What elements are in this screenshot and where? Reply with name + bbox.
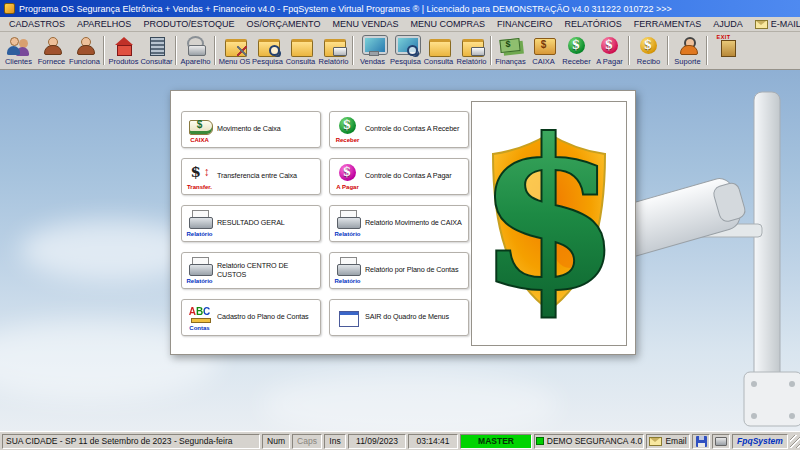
toolbar-button-label: Clientes	[5, 57, 32, 66]
menu-item-aparelhos[interactable]: APARELHOS	[71, 19, 137, 29]
status-segment-demo-seguranca-4-0: DEMO SEGURANCA 4.0	[534, 434, 644, 449]
monitor-mag-icon	[393, 36, 419, 56]
panel-icon-wrap: CAIXA	[185, 116, 214, 143]
panel-icon-wrap: Transfer.	[185, 163, 214, 190]
menu-item-label: RELATÓRIOS	[564, 19, 621, 29]
toolbar-button-exit[interactable]	[710, 33, 743, 68]
svg-text:$: $	[478, 104, 621, 334]
panel-icon-wrap: Relatório	[185, 257, 214, 284]
toolbar-button-recibo[interactable]: Recibo	[632, 33, 665, 68]
toolbar-button-label: Menu OS	[219, 57, 251, 66]
status-segment-ins: Ins	[324, 434, 346, 449]
menu-item-produto-estoque[interactable]: PRODUTO/ESTOQUE	[137, 19, 240, 29]
panel-button-movimento-de-caixa[interactable]: CAIXAMovimento de Caixa	[181, 111, 321, 148]
panel-icon-caption: A Pagar	[336, 184, 358, 190]
toolbar-button-label: Produtos	[108, 57, 138, 66]
house-icon	[111, 36, 137, 56]
menu-item-label: E-MAIL	[771, 19, 800, 29]
toolbar-button-fornece[interactable]: Fornece	[35, 33, 68, 68]
toolbar-button-aparelho[interactable]: Aparelho	[179, 33, 212, 68]
toolbar-divider	[667, 36, 669, 65]
panel-button-relatorio-centro-de-custos[interactable]: RelatórioRelatório CENTRO DE CUSTOS	[181, 252, 321, 289]
toolbar-button-produtos[interactable]: Produtos	[107, 33, 140, 68]
toolbar-button-a-pagar[interactable]: A Pagar	[593, 33, 626, 68]
status-segment-11-09-2023: 11/09/2023	[348, 434, 406, 449]
menu-item-label: APARELHOS	[77, 19, 131, 29]
toolbar-button-menu-os[interactable]: Menu OS	[218, 33, 251, 68]
toolbar-button-clientes[interactable]: Clientes	[2, 33, 35, 68]
led-green-icon	[536, 437, 544, 445]
menu-item-ferramentas[interactable]: FERRAMENTAS	[628, 19, 707, 29]
toolbar-button-label: Consulta	[424, 57, 454, 66]
toolbar-button-financas[interactable]: Finanças	[494, 33, 527, 68]
toolbar-button-suporte[interactable]: Suporte	[671, 33, 704, 68]
panel-button-sair-do-quadro-de-menus[interactable]: SAIR do Quadro de Menus	[329, 299, 469, 336]
menu-quadro-panel: CAIXAMovimento de CaixaReceberControle d…	[170, 90, 636, 355]
menu-bar: CADASTROSAPARELHOSPRODUTO/ESTOQUEOS/ORÇA…	[0, 17, 800, 32]
folder-tools-icon	[222, 36, 248, 56]
toolbar-button-consultar[interactable]: Consultar	[140, 33, 173, 68]
panel-button-controle-do-contas-a-receber[interactable]: ReceberControle do Contas A Receber	[329, 111, 469, 148]
toolbar-button-label: Vendas	[360, 57, 385, 66]
status-segment-disk	[692, 434, 710, 449]
monitor-icon	[360, 36, 386, 56]
panel-button-relatorio-por-plano-de-contas[interactable]: RelatórioRelatório por Plano de Contas	[329, 252, 469, 289]
menu-item-financeiro[interactable]: FINANCEIRO	[491, 19, 559, 29]
panel-button-transferencia-entre-caixa[interactable]: Transfer.Transferencia entre Caixa	[181, 158, 321, 195]
toolbar-button-vendas[interactable]: Vendas	[356, 33, 389, 68]
panel-icon-wrap	[333, 308, 362, 328]
title-bar[interactable]: Programa OS Segurança Eletrônica + Venda…	[0, 0, 800, 17]
panel-icon-wrap: Relatório	[333, 257, 362, 284]
toolbar-button-relatorio[interactable]: Relatório	[455, 33, 488, 68]
panel-button-label: Relatório por Plano de Contas	[365, 266, 458, 274]
coin-red-icon	[597, 36, 623, 56]
menu-item-menu-vendas[interactable]: MENU VENDAS	[326, 19, 404, 29]
toolbar-button-caixa[interactable]: CAIXA	[527, 33, 560, 68]
status-segment-master: MASTER	[460, 434, 532, 449]
panel-button-relatorio-movimento-de-caixa[interactable]: RelatórioRelatório Movimento de CAIXA	[329, 205, 469, 242]
printer-icon	[187, 257, 213, 277]
menu-item-relatorios[interactable]: RELATÓRIOS	[558, 19, 627, 29]
status-segment-num: Num	[262, 434, 290, 449]
toolbar-button-label: Receber	[562, 57, 590, 66]
panel-button-cadastro-do-plano-de-contas[interactable]: ContasCadastro do Plano de Contas	[181, 299, 321, 336]
toolbar-divider	[706, 36, 708, 65]
toolbar-button-consulta[interactable]: Consulta	[284, 33, 317, 68]
toolbar-button-consulta[interactable]: Consulta	[422, 33, 455, 68]
toolbar-button-pesquisa[interactable]: Pesquisa	[251, 33, 284, 68]
toolbar-button-receber[interactable]: Receber	[560, 33, 593, 68]
menu-item-label: AJUDA	[713, 19, 743, 29]
menu-item-label: MENU COMPRAS	[410, 19, 485, 29]
menu-item-cadastros[interactable]: CADASTROS	[3, 19, 71, 29]
status-text: 11/09/2023	[356, 436, 398, 446]
toolbar-button-label: Pesquisa	[252, 57, 283, 66]
toolbar-button-label: Funciona	[69, 57, 100, 66]
panel-icon-caption: CAIXA	[190, 137, 209, 143]
people-icon	[6, 36, 32, 56]
toolbar-button-label: Fornece	[38, 57, 66, 66]
status-segment-email: Email	[646, 434, 690, 449]
menu-item-e-mail[interactable]: E-MAIL	[749, 19, 800, 29]
panel-icon-wrap: A Pagar	[333, 163, 362, 190]
toolbar-button-funciona[interactable]: Funciona	[68, 33, 101, 68]
status-segment-sua-cidade-sp-11-de-setembro-de-2023-segunda-feira: SUA CIDADE - SP 11 de Setembro de 2023 -…	[2, 434, 260, 449]
panel-icon-caption: Transfer.	[187, 184, 212, 190]
toolbar-divider	[103, 36, 105, 65]
toolbar-button-pesquisa[interactable]: Pesquisa	[389, 33, 422, 68]
resize-grip[interactable]	[790, 435, 800, 448]
envelope-icon	[649, 437, 662, 446]
panel-button-controle-do-contas-a-pagar[interactable]: A PagarControle do Contas A Pagar	[329, 158, 469, 195]
toolbar-button-label: Recibo	[637, 57, 660, 66]
panel-button-label: RESULTADO GERAL	[217, 219, 285, 227]
window-title: Programa OS Segurança Eletrônica + Venda…	[19, 4, 672, 14]
panel-button-label: SAIR do Quadro de Menus	[365, 313, 449, 321]
panel-button-label: Controle do Contas A Receber	[365, 125, 459, 133]
toolbar-button-relatorio[interactable]: Relatório	[317, 33, 350, 68]
abc-icon	[187, 304, 213, 324]
panel-button-resultado-geral[interactable]: RelatórioRESULTADO GERAL	[181, 205, 321, 242]
menu-item-menu-compras[interactable]: MENU COMPRAS	[404, 19, 491, 29]
menu-item-ajuda[interactable]: AJUDA	[707, 19, 749, 29]
menu-item-os-orcamento[interactable]: OS/ORÇAMENTO	[241, 19, 327, 29]
printer-icon	[187, 210, 213, 230]
toolbar-button-label: CAIXA	[532, 57, 555, 66]
